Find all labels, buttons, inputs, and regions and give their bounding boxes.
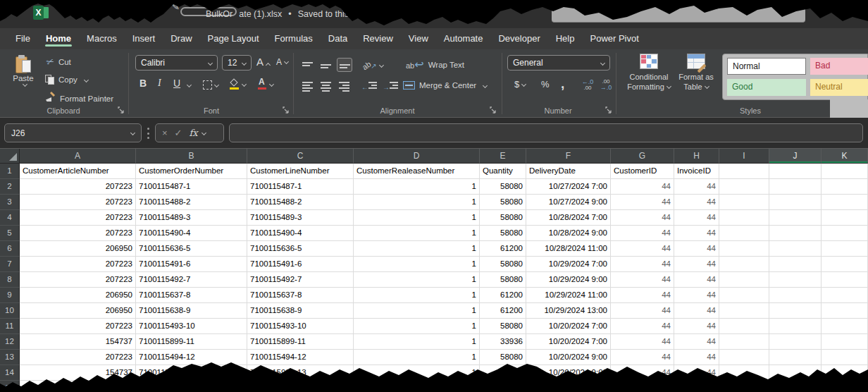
cell-f5[interactable]: 10/28/2024 9:00 <box>526 226 611 241</box>
column-header-b[interactable]: B <box>136 149 247 164</box>
cell-e3[interactable]: 58080 <box>480 195 526 210</box>
cell-h6[interactable]: 44 <box>674 241 719 257</box>
tab-formulas[interactable]: Formulas <box>275 28 313 49</box>
cell-c8[interactable]: 7100115492-7 <box>247 272 354 288</box>
cell-e7[interactable]: 58080 <box>480 257 526 272</box>
cell-k9[interactable] <box>822 288 868 303</box>
decrease-decimal-button[interactable]: .00 →.0 <box>597 79 614 91</box>
cell-c3[interactable]: 7100115488-2 <box>247 195 354 210</box>
percent-button[interactable]: % <box>541 79 550 90</box>
cell-d3[interactable]: 1 <box>354 195 480 210</box>
cell-b15[interactable] <box>136 381 247 392</box>
cell-d9[interactable]: 1 <box>354 288 480 303</box>
cell-j14[interactable] <box>769 365 822 381</box>
cell-d7[interactable]: 1 <box>354 257 480 272</box>
cell-i5[interactable] <box>719 226 769 241</box>
align-right-button[interactable] <box>337 79 352 93</box>
cell-b1[interactable]: CustomerOrderNumber <box>136 164 247 179</box>
cell-j9[interactable] <box>769 288 822 303</box>
cell-c15[interactable] <box>247 381 354 392</box>
formula-bar-grip[interactable] <box>147 128 149 139</box>
row-header-2[interactable]: 2 <box>0 179 20 195</box>
cell-j1[interactable] <box>769 164 822 179</box>
cell-g14[interactable]: 44 <box>611 365 674 381</box>
cell-d15[interactable] <box>354 381 480 392</box>
cell-g5[interactable]: 44 <box>611 226 674 241</box>
tab-review[interactable]: Review <box>363 28 393 49</box>
formula-input[interactable] <box>229 123 863 142</box>
cell-f13[interactable]: 10/20/2024 9:00 <box>526 350 611 365</box>
cell-d13[interactable]: 1 <box>354 350 480 365</box>
cell-a9[interactable]: 206950 <box>20 288 136 303</box>
cell-g1[interactable]: CustomerID <box>611 164 674 179</box>
conditional-formatting-button[interactable]: Conditional Formatting <box>624 54 674 92</box>
row-header-1[interactable]: 1 <box>0 164 20 179</box>
column-header-f[interactable]: F <box>526 149 611 164</box>
tab-page-layout[interactable]: Page Layout <box>208 28 259 49</box>
cancel-icon[interactable]: × <box>162 128 168 138</box>
cell-f14[interactable]: 10/20/2024 9:00 <box>526 365 611 381</box>
column-header-a[interactable]: A <box>20 149 136 164</box>
cell-a12[interactable]: 154737 <box>20 334 136 350</box>
cell-g11[interactable]: 44 <box>611 319 674 334</box>
cell-c14[interactable]: 7100115900-13 <box>247 365 354 381</box>
cell-f6[interactable]: 10/28/2024 11:00 <box>526 241 611 257</box>
tab-macros[interactable]: Macros <box>87 28 117 49</box>
row-header-7[interactable]: 7 <box>0 257 20 272</box>
title-chevron-down-icon[interactable] <box>433 8 442 17</box>
align-top-button[interactable] <box>300 56 316 71</box>
tab-home[interactable]: Home <box>46 28 71 49</box>
cell-j4[interactable] <box>769 210 822 226</box>
cell-f1[interactable]: DeliveryDate <box>526 164 611 179</box>
cell-b13[interactable]: 7100115494-12 <box>136 350 247 365</box>
currency-button[interactable]: $ <box>514 79 526 90</box>
cell-h7[interactable]: 44 <box>674 257 719 272</box>
cell-k15[interactable] <box>822 381 868 392</box>
decrease-indent-button[interactable]: ← <box>361 79 378 93</box>
cell-j5[interactable] <box>769 226 822 241</box>
tab-developer[interactable]: Developer <box>498 28 540 49</box>
align-middle-button[interactable] <box>318 59 334 73</box>
cell-k6[interactable] <box>822 241 868 257</box>
cell-h4[interactable]: 44 <box>674 210 719 226</box>
cell-g10[interactable]: 44 <box>611 303 674 319</box>
cell-k13[interactable] <box>822 350 868 365</box>
enter-icon[interactable]: ✓ <box>175 128 182 138</box>
column-header-g[interactable]: G <box>611 149 674 164</box>
cell-e8[interactable]: 58080 <box>480 272 526 288</box>
cell-f4[interactable]: 10/28/2024 7:00 <box>526 210 611 226</box>
cell-a1[interactable]: CustomerArticleNumber <box>20 164 136 179</box>
style-swatch-normal[interactable]: Normal <box>727 58 806 75</box>
align-bottom-button[interactable] <box>337 58 352 72</box>
cell-f2[interactable]: 10/27/2024 7:00 <box>526 179 611 195</box>
cell-a10[interactable]: 206950 <box>20 303 136 319</box>
increase-decimal-button[interactable]: ←.0 .00 <box>579 79 596 91</box>
cell-g6[interactable]: 44 <box>611 241 674 257</box>
cell-k4[interactable] <box>822 210 868 226</box>
name-box[interactable]: J26 <box>4 123 142 142</box>
comma-button[interactable]: , <box>561 76 564 92</box>
row-header-6[interactable]: 6 <box>0 241 20 257</box>
cell-e4[interactable]: 58080 <box>480 210 526 226</box>
cell-h8[interactable]: 44 <box>674 272 719 288</box>
cell-d4[interactable]: 1 <box>354 210 480 226</box>
tab-power-pivot[interactable]: Power Pivot <box>590 28 638 49</box>
cell-f15[interactable] <box>526 381 611 392</box>
cell-e11[interactable]: 58080 <box>480 319 526 334</box>
insert-function-icon[interactable]: fx <box>190 128 198 138</box>
cell-h11[interactable]: 44 <box>674 319 719 334</box>
cell-g12[interactable]: 44 <box>611 334 674 350</box>
cell-e6[interactable]: 61200 <box>480 241 526 257</box>
cell-h9[interactable]: 44 <box>674 288 719 303</box>
cell-c11[interactable]: 7100115493-10 <box>247 319 354 334</box>
cell-g3[interactable]: 44 <box>611 195 674 210</box>
cell-d6[interactable]: 1 <box>354 241 480 257</box>
cell-c7[interactable]: 7100115491-6 <box>247 257 354 272</box>
tab-file[interactable]: File <box>16 28 30 49</box>
cell-i13[interactable] <box>719 350 769 365</box>
row-header-13[interactable]: 13 <box>0 350 20 365</box>
cell-h15[interactable] <box>674 381 719 392</box>
cell-k11[interactable] <box>822 319 868 334</box>
excel-logo-icon[interactable]: X <box>33 5 49 20</box>
cell-g2[interactable]: 44 <box>611 179 674 195</box>
